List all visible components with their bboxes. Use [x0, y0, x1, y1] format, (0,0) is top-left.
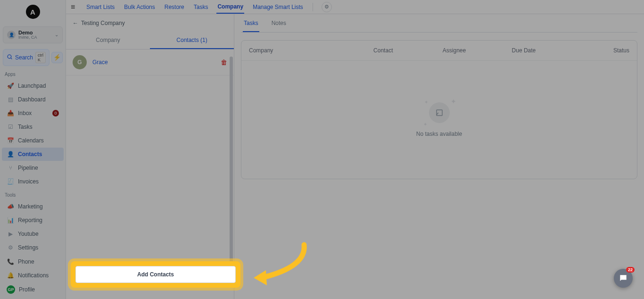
phone-icon: 📞 — [7, 258, 14, 266]
topnav-company[interactable]: Company — [216, 0, 244, 14]
sidebar-label: Settings — [18, 244, 38, 251]
account-avatar-icon: 👤 — [7, 31, 16, 39]
sidebar: A 👤 Demo Irvine, CA ⌄ Search ctrl K ⚡ Ap… — [0, 0, 66, 299]
tab-company[interactable]: Company — [66, 32, 150, 49]
search-label: Search — [15, 54, 33, 61]
sidebar-item-invoices[interactable]: 🧾Invoices — [2, 175, 64, 188]
sidebar-label: Profile — [19, 286, 35, 293]
sidebar-item-inbox[interactable]: 📥Inbox0 — [2, 107, 64, 120]
sidebar-label: Reporting — [18, 217, 42, 224]
delete-contact-button[interactable]: 🗑 — [221, 58, 227, 66]
account-selector[interactable]: 👤 Demo Irvine, CA ⌄ — [3, 26, 63, 43]
search-shortcut: ctrl K — [35, 52, 46, 63]
sidebar-item-launchpad[interactable]: 🚀Launchpad — [2, 79, 64, 92]
sidebar-item-contacts[interactable]: 👤Contacts — [2, 148, 64, 161]
topnav-tasks[interactable]: Tasks — [193, 1, 209, 13]
contact-name-link[interactable]: Grace — [92, 59, 108, 66]
hamburger-icon[interactable]: ≡ — [71, 3, 78, 11]
sidebar-item-profile[interactable]: GPProfile — [2, 282, 64, 297]
sidebar-label: Notifications — [18, 272, 49, 279]
sidebar-label: Pipeline — [18, 165, 38, 171]
add-contacts-highlight: Add Contacts — [71, 261, 240, 288]
profile-avatar: GP — [7, 285, 15, 294]
sidebar-item-dashboard[interactable]: ▤Dashboard — [2, 93, 64, 106]
sidebar-label: Calendars — [18, 137, 44, 144]
th-company: Company — [249, 47, 373, 54]
chart-icon: 📊 — [7, 216, 14, 224]
annotation-arrow — [245, 241, 311, 290]
sidebar-item-phone[interactable]: 📞Phone — [2, 255, 64, 268]
sidebar-item-notifications[interactable]: 🔔Notifications — [2, 269, 64, 282]
svg-point-0 — [8, 55, 11, 58]
sidebar-label: Marketing — [18, 203, 43, 210]
company-contacts-panel: ← Testing Company Company Contacts (1) G… — [66, 14, 234, 299]
subtab-tasks[interactable]: Tasks — [243, 20, 259, 32]
funnel-icon: ⑂ — [7, 164, 14, 172]
breadcrumb[interactable]: ← Testing Company — [66, 14, 234, 32]
calendar-icon: 📅 — [7, 137, 14, 144]
dashboard-icon: ▤ — [7, 96, 14, 103]
divider — [313, 3, 313, 11]
rocket-icon: 🚀 — [7, 82, 14, 90]
sidebar-label: Invoices — [18, 178, 39, 185]
sidebar-label: Contacts — [18, 151, 42, 158]
back-arrow-icon: ← — [73, 20, 78, 26]
th-due-date: Due Date — [512, 47, 581, 54]
sidebar-item-tasks[interactable]: ☑Tasks — [2, 120, 64, 133]
sidebar-item-reporting[interactable]: 📊Reporting — [2, 214, 64, 227]
sparkle-icon: ✦ — [451, 98, 456, 105]
th-assignee: Assignee — [443, 47, 512, 54]
nav-section-apps: Apps — [0, 68, 66, 79]
quick-action-button[interactable]: ⚡ — [51, 52, 63, 63]
empty-state-text: No tasks available — [416, 131, 462, 137]
sidebar-label: Phone — [18, 258, 34, 265]
contact-list-item[interactable]: G Grace 🗑 — [66, 50, 234, 75]
topnav-restore[interactable]: Restore — [164, 1, 185, 13]
topnav-settings-button[interactable]: ⚙ — [322, 2, 332, 12]
contact-avatar: G — [73, 55, 87, 69]
empty-state: ✦ ✦ ✦ No tasks available — [241, 61, 637, 179]
main-content: ≡ Smart Lists Bulk Actions Restore Tasks… — [66, 0, 644, 299]
search-icon — [7, 54, 13, 61]
nav-section-tools: Tools — [0, 189, 66, 199]
top-nav: ≡ Smart Lists Bulk Actions Restore Tasks… — [66, 0, 644, 14]
sidebar-label: Dashboard — [18, 96, 46, 103]
app-logo: A — [26, 5, 40, 19]
subtab-notes[interactable]: Notes — [271, 20, 287, 32]
chevron-down-icon: ⌄ — [55, 32, 58, 37]
breadcrumb-label: Testing Company — [81, 20, 125, 26]
th-status: Status — [581, 47, 629, 54]
sidebar-label: Inbox — [18, 110, 32, 116]
scrollbar[interactable] — [230, 57, 233, 264]
search-button[interactable]: Search ctrl K — [3, 49, 50, 66]
sidebar-item-settings[interactable]: ⚙Settings — [2, 241, 64, 254]
sidebar-item-calendars[interactable]: 📅Calendars — [2, 134, 64, 147]
gear-icon: ⚙ — [324, 4, 329, 10]
trash-icon: 🗑 — [221, 58, 227, 66]
sidebar-label: Tasks — [18, 124, 33, 130]
account-location: Irvine, CA — [18, 35, 52, 40]
gear-icon: ⚙ — [7, 244, 14, 251]
inbox-badge: 0 — [52, 110, 59, 116]
tasks-icon: ☑ — [7, 123, 14, 131]
sidebar-item-pipeline[interactable]: ⑂Pipeline — [2, 161, 64, 174]
bell-icon: 🔔 — [7, 272, 14, 279]
chat-badge: 22 — [626, 267, 635, 273]
sparkle-icon: ✦ — [424, 100, 428, 105]
svg-line-1 — [11, 58, 12, 59]
sidebar-item-youtube[interactable]: ▶Youtube — [2, 227, 64, 241]
chat-widget-button[interactable]: 22 — [614, 269, 633, 288]
sparkle-icon: ✦ — [423, 122, 427, 127]
lightning-icon: ⚡ — [53, 54, 61, 61]
topnav-bulk-actions[interactable]: Bulk Actions — [123, 1, 156, 13]
topnav-manage-smart-lists[interactable]: Manage Smart Lists — [252, 1, 304, 13]
tasks-table: Company Contact Assignee Due Date Status… — [241, 40, 637, 179]
th-contact: Contact — [373, 47, 443, 54]
sidebar-label: Launchpad — [18, 83, 46, 89]
sidebar-item-marketing[interactable]: 📣Marketing — [2, 200, 64, 213]
topnav-smart-lists[interactable]: Smart Lists — [85, 1, 116, 13]
user-icon: 👤 — [7, 150, 14, 158]
add-contacts-button[interactable]: Add Contacts — [75, 266, 236, 283]
tab-contacts[interactable]: Contacts (1) — [150, 32, 234, 49]
empty-state-icon: ✦ ✦ ✦ — [429, 102, 450, 123]
